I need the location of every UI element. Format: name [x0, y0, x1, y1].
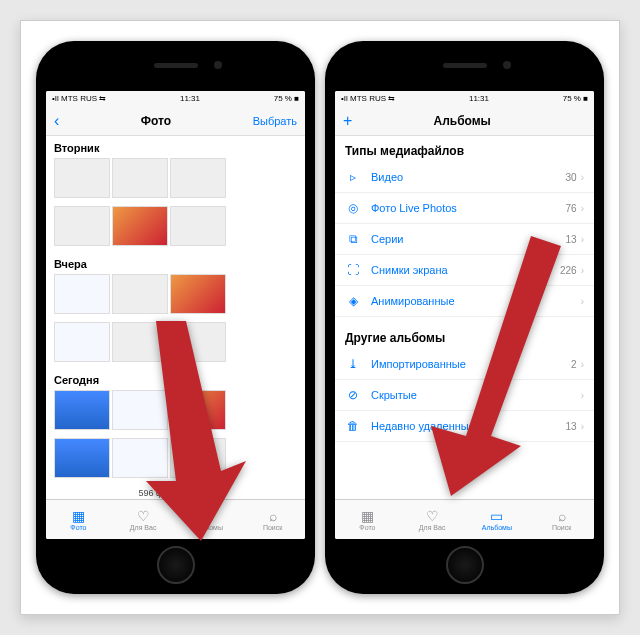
chevron-right-icon: ›: [581, 203, 584, 214]
animated-icon: ◈: [345, 293, 361, 309]
albums-content[interactable]: Типы медиафайлов ▹ Видео 30 › ◎ Фото Liv…: [335, 136, 594, 499]
tab-label: Поиск: [263, 524, 282, 531]
row-label: Недавно удаленные: [371, 420, 566, 432]
photo-thumb[interactable]: [54, 158, 110, 198]
section-today: Сегодня: [46, 368, 305, 388]
photo-thumb[interactable]: [170, 206, 226, 246]
photo-thumb[interactable]: [112, 390, 168, 430]
status-bar: •Il MTS RUS ⇆ 11:31 75 % ■: [46, 91, 305, 106]
row-bursts[interactable]: ⧉ Серии 13 ›: [335, 224, 594, 255]
photo-thumb[interactable]: [54, 390, 110, 430]
photo-thumb[interactable]: [170, 158, 226, 198]
tab-label: Альбомы: [193, 524, 223, 531]
row-imported[interactable]: ⤓ Импортированные 2 ›: [335, 349, 594, 380]
photo-thumb[interactable]: [112, 158, 168, 198]
chevron-right-icon: ›: [581, 234, 584, 245]
chevron-right-icon: ›: [581, 421, 584, 432]
tab-bar: ▦ Фото ♡ Для Вас ▭ Альбомы ⌕ Поиск: [46, 499, 305, 539]
photo-thumb[interactable]: [112, 322, 168, 362]
photo-content[interactable]: Вторник Вчера: [46, 136, 305, 499]
battery: 75 % ■: [274, 94, 299, 103]
photo-thumb[interactable]: [170, 390, 226, 430]
tab-albums[interactable]: ▭ Альбомы: [465, 500, 530, 539]
group-header-other: Другие альбомы: [335, 317, 594, 349]
tab-foryou[interactable]: ♡ Для Вас: [400, 500, 465, 539]
back-icon[interactable]: ‹: [54, 112, 59, 130]
row-label: Фото Live Photos: [371, 202, 566, 214]
tab-label: Для Вас: [419, 524, 446, 531]
livephoto-icon: ◎: [345, 200, 361, 216]
thumb-row: [46, 388, 305, 436]
photo-thumb[interactable]: [112, 438, 168, 478]
photos-icon: ▦: [69, 509, 87, 523]
row-count: 30: [566, 172, 577, 183]
section-yesterday: Вчера: [46, 252, 305, 272]
phone-right: •Il MTS RUS ⇆ 11:31 75 % ■ + Альбомы Тип…: [325, 41, 604, 594]
foryou-icon: ♡: [423, 509, 441, 523]
screen-left: •Il MTS RUS ⇆ 11:31 75 % ■ ‹ Фото Выбрат…: [46, 91, 305, 539]
nav-bar: + Альбомы: [335, 106, 594, 136]
search-icon: ⌕: [553, 509, 571, 523]
row-label: Снимки экрана: [371, 264, 560, 276]
add-button[interactable]: +: [343, 112, 352, 130]
photo-thumb[interactable]: [54, 438, 110, 478]
photo-thumb[interactable]: [54, 322, 110, 362]
row-screenshots[interactable]: ⛶ Снимки экрана 226 ›: [335, 255, 594, 286]
home-button[interactable]: [446, 546, 484, 584]
trash-icon: 🗑: [345, 418, 361, 434]
search-icon: ⌕: [264, 509, 282, 523]
page-title: Фото: [141, 114, 171, 128]
row-livephotos[interactable]: ◎ Фото Live Photos 76 ›: [335, 193, 594, 224]
thumb-row: [46, 320, 305, 368]
page-title: Альбомы: [433, 114, 490, 128]
clock: 11:31: [180, 94, 200, 103]
select-button[interactable]: Выбрать: [253, 115, 297, 127]
tab-label: Фото: [359, 524, 375, 531]
row-count: 76: [566, 203, 577, 214]
battery: 75 % ■: [563, 94, 588, 103]
tab-foryou[interactable]: ♡ Для Вас: [111, 500, 176, 539]
chevron-right-icon: ›: [581, 265, 584, 276]
photo-thumb[interactable]: [170, 438, 226, 478]
row-hidden[interactable]: ⊘ Скрытые ›: [335, 380, 594, 411]
tab-bar: ▦ Фото ♡ Для Вас ▭ Альбомы ⌕ Поиск: [335, 499, 594, 539]
section-tuesday: Вторник: [46, 136, 305, 156]
home-button[interactable]: [157, 546, 195, 584]
screenshot-icon: ⛶: [345, 262, 361, 278]
photo-thumb[interactable]: [112, 274, 168, 314]
tab-albums[interactable]: ▭ Альбомы: [176, 500, 241, 539]
photo-thumb[interactable]: [170, 274, 226, 314]
row-video[interactable]: ▹ Видео 30 ›: [335, 162, 594, 193]
chevron-right-icon: ›: [581, 172, 584, 183]
tab-photos[interactable]: ▦ Фото: [46, 500, 111, 539]
photo-thumb[interactable]: [54, 206, 110, 246]
photo-thumb[interactable]: [112, 206, 168, 246]
row-recently-deleted[interactable]: 🗑 Недавно удаленные 13 ›: [335, 411, 594, 442]
thumb-row: [46, 156, 305, 204]
group-header-media: Типы медиафайлов: [335, 136, 594, 162]
tab-label: Альбомы: [482, 524, 512, 531]
photos-icon: ▦: [358, 509, 376, 523]
photo-count: 596 фото и видео: [46, 484, 305, 499]
chevron-right-icon: ›: [581, 359, 584, 370]
photo-thumb[interactable]: [170, 322, 226, 362]
carrier: •Il MTS RUS ⇆: [52, 94, 106, 103]
tab-search[interactable]: ⌕ Поиск: [240, 500, 305, 539]
tab-search[interactable]: ⌕ Поиск: [529, 500, 594, 539]
status-bar: •Il MTS RUS ⇆ 11:31 75 % ■: [335, 91, 594, 106]
phone-left: •Il MTS RUS ⇆ 11:31 75 % ■ ‹ Фото Выбрат…: [36, 41, 315, 594]
tab-photos[interactable]: ▦ Фото: [335, 500, 400, 539]
clock: 11:31: [469, 94, 489, 103]
row-animated[interactable]: ◈ Анимированные ›: [335, 286, 594, 317]
albums-icon: ▭: [199, 509, 217, 523]
photo-thumb[interactable]: [54, 274, 110, 314]
chevron-right-icon: ›: [581, 390, 584, 401]
row-count: 2: [571, 359, 577, 370]
row-label: Видео: [371, 171, 566, 183]
row-label: Скрытые: [371, 389, 577, 401]
tab-label: Для Вас: [130, 524, 157, 531]
row-label: Серии: [371, 233, 566, 245]
burst-icon: ⧉: [345, 231, 361, 247]
tab-label: Фото: [70, 524, 86, 531]
comparison-frame: •Il MTS RUS ⇆ 11:31 75 % ■ ‹ Фото Выбрат…: [20, 20, 620, 615]
